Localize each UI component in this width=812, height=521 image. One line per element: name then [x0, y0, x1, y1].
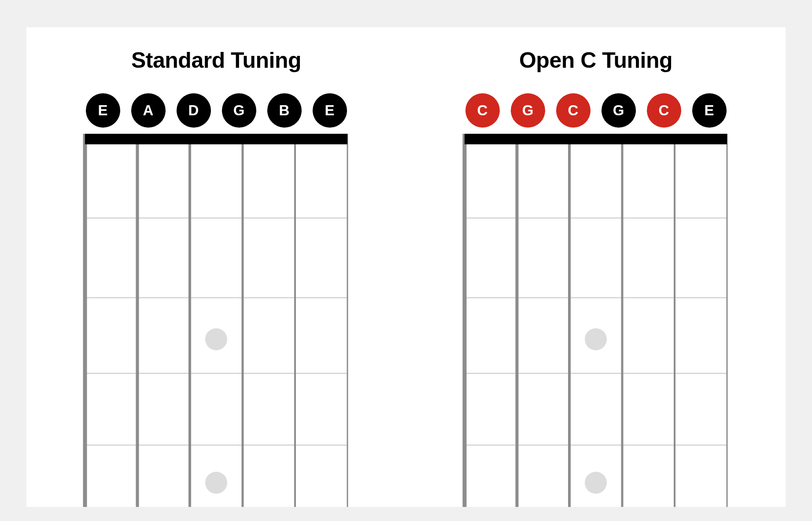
panel-open-c-tuning: Open C Tuning C G C G C E [406, 27, 786, 507]
fretboard-inlay-dot [585, 472, 607, 494]
string-note-circle: D [177, 93, 211, 128]
string-note-circle: A [131, 93, 166, 128]
string-note-circle: E [692, 93, 727, 128]
string-note-circle: C [465, 93, 500, 128]
diagram-card: Standard Tuning E A D G B E [26, 27, 786, 507]
string-note-circle: G [222, 93, 256, 128]
fretboard-inlay-dot [585, 328, 607, 350]
string-note-circle: C [556, 93, 591, 128]
panel-title: Open C Tuning [519, 48, 672, 73]
string-note-circle: G [602, 93, 636, 128]
panels-row: Standard Tuning E A D G B E [26, 27, 786, 507]
string-lines [85, 134, 347, 507]
fretboard-nut [465, 134, 727, 144]
panel-standard-tuning: Standard Tuning E A D G B E [26, 27, 406, 507]
fretboard-inlay-dot [205, 472, 227, 494]
notes-row: E A D G B E [86, 93, 347, 128]
fretboard [85, 134, 347, 507]
fretboard-nut [85, 134, 347, 144]
string-note-circle: E [313, 93, 347, 128]
string-note-circle: E [86, 93, 120, 128]
string-note-circle: C [647, 93, 681, 128]
notes-row: C G C G C E [465, 93, 727, 128]
panel-title: Standard Tuning [131, 48, 301, 73]
fretboard [465, 134, 727, 507]
string-lines [465, 134, 727, 507]
fretboard-inlay-dot [205, 328, 227, 350]
string-note-circle: B [267, 93, 302, 128]
string-note-circle: G [511, 93, 545, 128]
